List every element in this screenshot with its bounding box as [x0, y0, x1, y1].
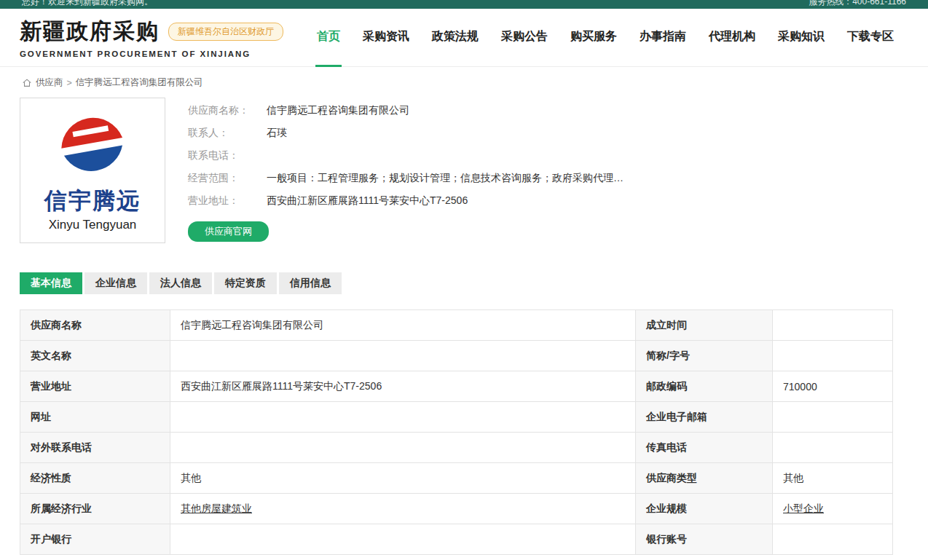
nav-agencies[interactable]: 代理机构 — [707, 9, 757, 67]
table-row: 对外联系电话 传真电话 — [20, 433, 893, 463]
breadcrumb: 供应商 > 信宇腾远工程咨询集团有限公司 — [22, 76, 928, 89]
site-logo-subtitle: GOVERNMENT PROCUREMENT OF XINJIANG — [20, 50, 283, 58]
supplier-website-button[interactable]: 供应商官网 — [188, 221, 269, 242]
nav-downloads[interactable]: 下载专区 — [846, 9, 895, 67]
field-contact-phone: 联系电话： — [188, 149, 624, 162]
nav-procurement-news[interactable]: 采购资讯 — [361, 9, 411, 67]
nav-service-guide[interactable]: 办事指南 — [638, 9, 688, 67]
breadcrumb-separator: > — [67, 78, 72, 88]
site-logo-title: 新疆政府采购 — [20, 17, 160, 47]
nav-announcements[interactable]: 采购公告 — [500, 9, 549, 67]
finance-dept-badge: 新疆维吾尔自治区财政厅 — [168, 23, 283, 41]
table-row: 营业地址 西安曲江新区雁展路1111号莱安中心T7-2506 邮政编码 7100… — [20, 371, 893, 402]
main-nav: 首页 采购资讯 政策法规 采购公告 购买服务 办事指南 代理机构 采购知识 下载… — [315, 9, 895, 67]
field-business-address: 营业地址： 西安曲江新区雁展路1111号莱安中心T7-2506 — [188, 194, 624, 207]
basic-info-table: 供应商名称 信宇腾远工程咨询集团有限公司 成立时间 英文名称 简称/字号 营业地… — [20, 309, 893, 555]
site-logo: 新疆政府采购 新疆维吾尔自治区财政厅 GOVERNMENT PROCUREMEN… — [20, 17, 283, 58]
supplier-summary: 信宇腾远 Xinyu Tengyuan 供应商名称： 信宇腾远工程咨询集团有限公… — [20, 98, 928, 243]
table-row: 开户银行 银行账号 — [20, 524, 893, 555]
table-row: 经济性质 其他 供应商类型 其他 — [20, 463, 893, 494]
field-supplier-name: 供应商名称： 信宇腾远工程咨询集团有限公司 — [188, 104, 624, 117]
nav-home[interactable]: 首页 — [315, 9, 342, 67]
table-row: 所属经济行业 其他房屋建筑业 企业规模 小型企业 — [20, 494, 893, 524]
breadcrumb-supplier-link[interactable]: 供应商 — [36, 76, 63, 89]
tab-legal-person-info[interactable]: 法人信息 — [149, 272, 212, 294]
nav-policies[interactable]: 政策法规 — [430, 9, 480, 67]
tab-credit-info[interactable]: 信用信息 — [279, 272, 342, 294]
supplier-logo-cn: 信宇腾远 — [44, 186, 141, 216]
supplier-fields: 供应商名称： 信宇腾远工程咨询集团有限公司 联系人： 石瑛 联系电话： 经营范围… — [188, 98, 624, 243]
table-row: 网址 企业电子邮箱 — [20, 402, 893, 433]
breadcrumb-current: 信宇腾远工程咨询集团有限公司 — [76, 76, 203, 89]
table-row: 英文名称 简称/字号 — [20, 341, 893, 371]
nav-purchase-services[interactable]: 购买服务 — [569, 9, 618, 67]
site-header: 新疆政府采购 新疆维吾尔自治区财政厅 GOVERNMENT PROCUREMEN… — [0, 9, 928, 67]
detail-tabs: 基本信息 企业信息 法人信息 特定资质 信用信息 — [20, 272, 928, 294]
supplier-logo-mark-icon — [55, 109, 130, 184]
field-contact-person: 联系人： 石瑛 — [188, 127, 624, 139]
home-icon — [22, 78, 32, 88]
topbar-greeting: 您好！欢迎来到新疆政府采购网。 — [22, 0, 153, 8]
topbar-hotline: 服务热线：400-661-1166 — [809, 0, 906, 8]
topbar: 您好！欢迎来到新疆政府采购网。 服务热线：400-661-1166 — [0, 0, 928, 9]
nav-knowledge[interactable]: 采购知识 — [776, 9, 826, 67]
supplier-logo-en: Xinyu Tengyuan — [49, 218, 137, 232]
tab-special-qualifications[interactable]: 特定资质 — [214, 272, 277, 294]
table-row: 供应商名称 信宇腾远工程咨询集团有限公司 成立时间 — [20, 310, 893, 341]
supplier-logo: 信宇腾远 Xinyu Tengyuan — [20, 98, 165, 243]
tab-basic-info[interactable]: 基本信息 — [20, 272, 82, 294]
field-business-scope: 经营范围： 一般项目：工程管理服务；规划设计管理；信息技术咨询服务；政府采购代理… — [188, 172, 624, 184]
tab-company-info[interactable]: 企业信息 — [84, 272, 147, 294]
